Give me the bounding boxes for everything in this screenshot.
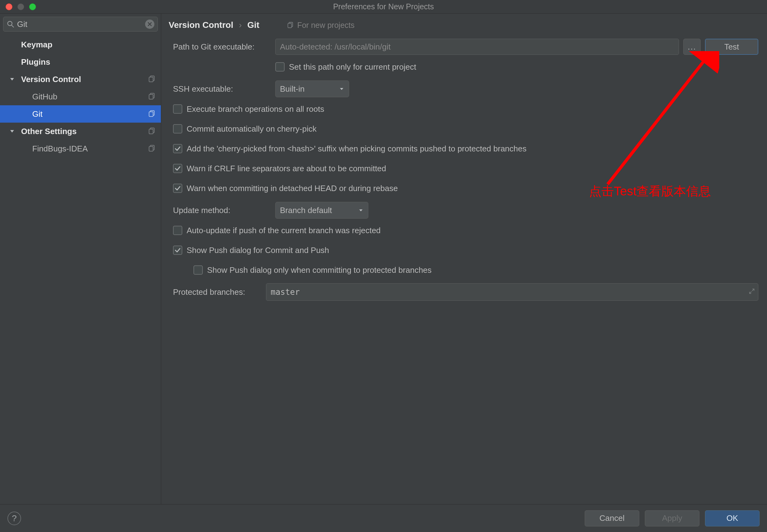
git-path-input[interactable] bbox=[275, 39, 679, 55]
svg-line-1 bbox=[11, 25, 13, 27]
update-method-value: Branch default bbox=[280, 206, 332, 215]
search-input-wrap[interactable] bbox=[3, 17, 158, 32]
add-suffix-label: Add the 'cherry-picked from <hash>' suff… bbox=[186, 144, 526, 154]
warn-crlf-label: Warn if CRLF line separators are about t… bbox=[186, 164, 386, 173]
settings-tree: Keymap Plugins Version Control GitHub bbox=[0, 34, 161, 504]
breadcrumb-leaf: Git bbox=[248, 20, 260, 30]
test-button[interactable]: Test bbox=[705, 39, 758, 55]
sidebar-item-label: Keymap bbox=[21, 40, 156, 50]
set-path-current-checkbox[interactable] bbox=[275, 62, 285, 72]
sidebar-item-findbugs[interactable]: FindBugs-IDEA bbox=[0, 140, 161, 157]
svg-rect-9 bbox=[149, 129, 153, 134]
main-panel: Version Control › Git For new projects P… bbox=[161, 14, 767, 504]
copy-profile-icon bbox=[148, 75, 156, 84]
set-path-current-label: Set this path only for current project bbox=[289, 62, 416, 72]
browse-button[interactable]: ... bbox=[683, 39, 701, 55]
ssh-label: SSH executable: bbox=[173, 84, 275, 94]
annotation-text: 点击Test查看版本信息 bbox=[589, 183, 711, 200]
titlebar: Preferences for New Projects bbox=[0, 0, 767, 14]
exec-branch-checkbox[interactable] bbox=[173, 104, 182, 114]
commit-cherry-label: Commit automatically on cherry-pick bbox=[186, 124, 317, 134]
help-button[interactable]: ? bbox=[7, 512, 21, 525]
warn-detached-checkbox[interactable] bbox=[173, 184, 182, 193]
copy-profile-icon bbox=[148, 144, 156, 153]
svg-rect-3 bbox=[149, 77, 153, 82]
search-icon bbox=[7, 20, 15, 28]
breadcrumb-separator: › bbox=[239, 20, 242, 30]
chevron-down-icon bbox=[339, 84, 344, 94]
clear-search-button[interactable] bbox=[145, 20, 154, 29]
expand-icon[interactable] bbox=[748, 287, 755, 297]
sidebar-item-label: GitHub bbox=[32, 92, 148, 102]
apply-button[interactable]: Apply bbox=[645, 510, 699, 526]
sidebar-item-version-control[interactable]: Version Control bbox=[0, 71, 161, 88]
show-push-protected-label: Show Push dialog only when committing to… bbox=[207, 265, 432, 275]
show-push-checkbox[interactable] bbox=[173, 246, 182, 255]
warn-crlf-checkbox[interactable] bbox=[173, 164, 182, 173]
dialog-footer: ? Cancel Apply OK bbox=[0, 504, 767, 532]
update-method-label: Update method: bbox=[173, 206, 275, 215]
exec-branch-label: Execute branch operations on all roots bbox=[186, 104, 324, 114]
auto-update-label: Auto-update if push of the current branc… bbox=[186, 226, 381, 235]
auto-update-checkbox[interactable] bbox=[173, 226, 182, 235]
copy-profile-icon bbox=[148, 110, 156, 118]
breadcrumb-root[interactable]: Version Control bbox=[169, 20, 233, 30]
breadcrumb: Version Control › Git For new projects bbox=[169, 18, 760, 32]
svg-rect-5 bbox=[149, 94, 153, 99]
commit-cherry-checkbox[interactable] bbox=[173, 124, 182, 133]
sidebar-item-label: Git bbox=[32, 109, 148, 119]
sidebar-item-label: Version Control bbox=[21, 75, 148, 84]
for-new-projects-note: For new projects bbox=[287, 21, 355, 30]
sidebar-item-plugins[interactable]: Plugins bbox=[0, 53, 161, 71]
ssh-select-value: Built-in bbox=[280, 84, 305, 94]
copy-profile-icon bbox=[148, 92, 156, 101]
svg-rect-7 bbox=[149, 112, 153, 116]
warn-detached-label: Warn when committing in detached HEAD or… bbox=[186, 184, 398, 193]
add-suffix-checkbox[interactable] bbox=[173, 144, 182, 153]
chevron-down-icon bbox=[7, 76, 17, 82]
sidebar-item-github[interactable]: GitHub bbox=[0, 88, 161, 105]
copy-profile-icon bbox=[287, 21, 294, 29]
sidebar-item-git[interactable]: Git bbox=[0, 105, 161, 123]
sidebar-item-label: Plugins bbox=[21, 57, 156, 67]
copy-profile-icon bbox=[148, 127, 156, 136]
svg-rect-13 bbox=[288, 24, 292, 28]
protected-branches-input[interactable] bbox=[266, 283, 758, 301]
sidebar-item-keymap[interactable]: Keymap bbox=[0, 36, 161, 53]
close-icon bbox=[147, 22, 152, 27]
ok-button[interactable]: OK bbox=[705, 510, 760, 526]
update-method-select[interactable]: Branch default bbox=[275, 202, 368, 219]
sidebar-item-label: Other Settings bbox=[21, 127, 148, 136]
chevron-down-icon bbox=[358, 206, 364, 215]
svg-rect-11 bbox=[149, 146, 153, 151]
cancel-button[interactable]: Cancel bbox=[585, 510, 639, 526]
show-push-protected-checkbox[interactable] bbox=[194, 265, 203, 275]
sidebar-item-other-settings[interactable]: Other Settings bbox=[0, 123, 161, 140]
sidebar: Keymap Plugins Version Control GitHub bbox=[0, 14, 161, 504]
search-input[interactable] bbox=[15, 20, 145, 29]
protected-branches-label: Protected branches: bbox=[173, 287, 266, 297]
path-label: Path to Git executable: bbox=[173, 42, 275, 52]
sidebar-item-label: FindBugs-IDEA bbox=[32, 144, 148, 154]
show-push-label: Show Push dialog for Commit and Push bbox=[186, 246, 329, 255]
chevron-down-icon bbox=[7, 128, 17, 134]
for-new-projects-label: For new projects bbox=[297, 21, 355, 30]
ssh-select[interactable]: Built-in bbox=[275, 81, 349, 97]
window-title: Preferences for New Projects bbox=[0, 2, 767, 11]
